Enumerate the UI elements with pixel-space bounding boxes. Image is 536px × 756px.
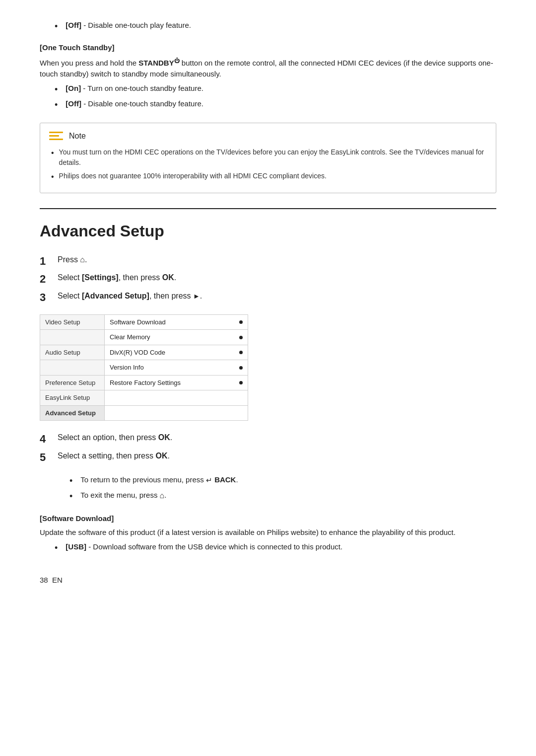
note-dot-1: • bbox=[51, 147, 54, 159]
note-bullet-2: • Philips does not guarantee 100% intero… bbox=[49, 171, 487, 183]
bracket-usb: [USB] bbox=[66, 542, 86, 551]
standby-bold: STANDBY⏻ bbox=[138, 59, 179, 67]
menu-row-5: Preference Setup Restore Factory Setting… bbox=[40, 375, 248, 390]
menu-row-6: EasyLink Setup bbox=[40, 390, 248, 406]
bracket-off-play: [Off] bbox=[66, 21, 81, 29]
standby-off-text: [Off] - Disable one-touch standby featur… bbox=[66, 98, 496, 110]
one-touch-standby-paragraph: When you press and hold the STANDBY⏻ but… bbox=[40, 57, 496, 80]
dot-software-download bbox=[239, 320, 243, 324]
standby-bullet-on: • [On] - Turn on one-touch standby featu… bbox=[40, 83, 496, 96]
home-icon-step1: ⌂ bbox=[80, 254, 85, 266]
steps-1-3: 1 Press ⌂. 2 Select [Settings], then pre… bbox=[40, 254, 496, 305]
menu-row-4: Version Info bbox=[40, 360, 248, 376]
ok-bold-5: OK bbox=[155, 452, 167, 460]
advanced-setup-title: Advanced Setup bbox=[40, 219, 496, 243]
dot-version-info bbox=[239, 366, 243, 370]
note-box: Note • You must turn on the HDMI CEC ope… bbox=[40, 123, 496, 193]
menu-right-restore: Restore Factory Settings bbox=[105, 375, 248, 390]
bullet-dot-exit: • bbox=[69, 490, 72, 503]
menu-table: Video Setup Software Download Clear Memo… bbox=[40, 314, 248, 421]
step-5-text: Select a setting, then press OK. bbox=[58, 450, 496, 462]
menu-right-software-download: Software Download bbox=[105, 314, 248, 330]
menu-left-video-setup: Video Setup bbox=[40, 314, 105, 330]
step-4: 4 Select an option, then press OK. bbox=[40, 432, 496, 447]
page-number: 38 bbox=[40, 576, 48, 584]
standby-bullet-off: • [Off] - Disable one-touch standby feat… bbox=[40, 98, 496, 112]
menu-left-easylink-setup: EasyLink Setup bbox=[40, 390, 105, 406]
ok-bold-2: OK bbox=[162, 273, 174, 282]
back-bold: BACK bbox=[214, 475, 236, 484]
bullet-exit-text: To exit the menu, press ⌂. bbox=[80, 490, 496, 502]
arrow-right-icon: ► bbox=[193, 291, 200, 302]
ok-bold-4: OK bbox=[158, 433, 170, 442]
bracket-on: [On] bbox=[66, 84, 81, 92]
bullet-back: • To return to the previous menu, press … bbox=[40, 474, 496, 488]
top-bullet-suffix: - Disable one-touch play feature. bbox=[81, 21, 191, 29]
step-2-text: Select [Settings], then press OK. bbox=[58, 272, 496, 284]
bullet-exit: • To exit the menu, press ⌂. bbox=[40, 490, 496, 503]
step-num-4: 4 bbox=[40, 432, 58, 447]
software-usb-bullet: • [USB] - Download software from the USB… bbox=[40, 541, 496, 555]
dot-divx bbox=[239, 351, 243, 354]
bracket-settings: [Settings] bbox=[82, 273, 119, 282]
menu-right-empty-1 bbox=[105, 390, 248, 406]
step-num-2: 2 bbox=[40, 272, 58, 287]
note-header: Note bbox=[49, 130, 487, 142]
step-2: 2 Select [Settings], then press OK. bbox=[40, 272, 496, 287]
software-download-heading: [Software Download] bbox=[40, 513, 496, 525]
bullet-dot-off: • bbox=[55, 98, 58, 112]
page-lang: EN bbox=[52, 576, 63, 584]
note-bullet-1: • You must turn on the HDMI CEC operatio… bbox=[49, 147, 487, 168]
menu-right-divx: DivX(R) VOD Code bbox=[105, 345, 248, 360]
steps-4-5: 4 Select an option, then press OK. 5 Sel… bbox=[40, 432, 496, 465]
menu-row-1: Video Setup Software Download bbox=[40, 314, 248, 330]
bracket-off-standby: [Off] bbox=[66, 99, 81, 108]
step-5: 5 Select a setting, then press OK. bbox=[40, 450, 496, 465]
step-3-text: Select [Advanced Setup], then press ►. bbox=[58, 290, 496, 302]
dot-clear-memory bbox=[239, 336, 243, 339]
menu-left-audio-setup: Audio Setup bbox=[40, 345, 105, 360]
menu-row-7: Advanced Setup bbox=[40, 405, 248, 421]
note-text-2: Philips does not guarantee 100% interope… bbox=[59, 171, 487, 181]
menu-left-empty-2 bbox=[40, 360, 105, 376]
menu-left-preference-setup: Preference Setup bbox=[40, 375, 105, 390]
step-num-3: 3 bbox=[40, 290, 58, 305]
note-text-1: You must turn on the HDMI CEC operations… bbox=[59, 147, 487, 168]
dot-restore-factory bbox=[239, 381, 243, 384]
menu-right-version: Version Info bbox=[105, 360, 248, 376]
standby-on-text: [On] - Turn on one-touch standby feature… bbox=[66, 83, 496, 94]
bullet-dot-on: • bbox=[55, 83, 58, 96]
step-4-text: Select an option, then press OK. bbox=[58, 432, 496, 444]
bullet-dot-back: • bbox=[69, 474, 72, 488]
menu-right-empty-2 bbox=[105, 405, 248, 421]
note-icon bbox=[49, 132, 63, 140]
bracket-advanced-setup: [Advanced Setup] bbox=[82, 292, 149, 300]
menu-left-empty-1 bbox=[40, 330, 105, 345]
top-bullet-text: [Off] - Disable one-touch play feature. bbox=[66, 20, 496, 31]
bullet-dot: • bbox=[55, 20, 58, 33]
back-arrow-icon: ↵ bbox=[206, 475, 212, 486]
step-num-1: 1 bbox=[40, 254, 58, 269]
top-bullet-item: • [Off] - Disable one-touch play feature… bbox=[40, 20, 496, 33]
bullet-back-text: To return to the previous menu, press ↵ … bbox=[80, 474, 496, 486]
menu-left-advanced-setup: Advanced Setup bbox=[40, 405, 105, 421]
home-icon-exit: ⌂ bbox=[160, 490, 165, 502]
menu-row-2: Clear Memory bbox=[40, 330, 248, 345]
one-touch-standby-heading: [One Touch Standby] bbox=[40, 42, 496, 54]
step-1-text: Press ⌂. bbox=[58, 254, 496, 266]
menu-row-3: Audio Setup DivX(R) VOD Code bbox=[40, 345, 248, 360]
bullet-dot-usb: • bbox=[55, 541, 58, 555]
usb-bullet-text: [USB] - Download software from the USB d… bbox=[66, 541, 496, 553]
note-dot-2: • bbox=[51, 171, 54, 183]
page-footer: 38 EN bbox=[40, 575, 496, 586]
section-divider bbox=[40, 208, 496, 209]
step-3: 3 Select [Advanced Setup], then press ►. bbox=[40, 290, 496, 305]
menu-right-clear-memory: Clear Memory bbox=[105, 330, 248, 345]
note-label: Note bbox=[69, 130, 86, 142]
step-1: 1 Press ⌂. bbox=[40, 254, 496, 269]
step-num-5: 5 bbox=[40, 450, 58, 465]
software-download-paragraph: Update the software of this product (if … bbox=[40, 527, 496, 538]
